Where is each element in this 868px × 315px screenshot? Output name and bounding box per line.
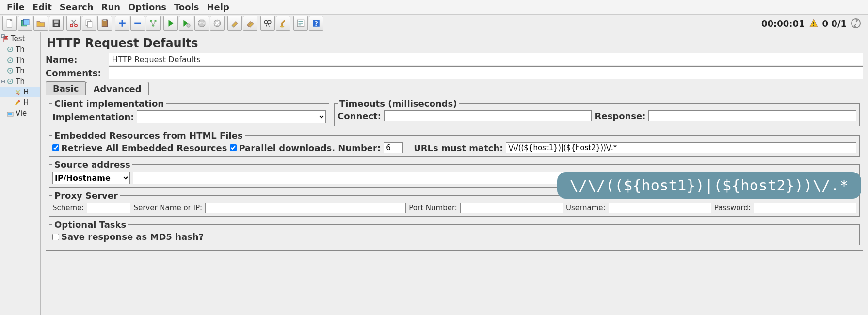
paste-icon[interactable]	[97, 16, 112, 31]
urls-match-label: URLs must match:	[414, 143, 503, 153]
optional-legend: Optional Tasks	[52, 220, 128, 230]
cut-icon[interactable]	[66, 16, 81, 31]
svg-point-33	[10, 81, 11, 82]
svg-text:STOP: STOP	[198, 22, 206, 25]
client-impl-legend: Client implementation	[52, 98, 166, 109]
menu-search[interactable]: Search	[56, 1, 97, 13]
response-label: Response:	[595, 111, 645, 121]
proxy-legend: Proxy Server	[52, 190, 120, 201]
impl-select[interactable]	[137, 110, 326, 123]
toggle-icon[interactable]	[146, 16, 161, 31]
proxy-port-label: Port Number:	[409, 204, 457, 212]
svg-rect-9	[88, 22, 92, 27]
tree-item[interactable]: Th	[0, 55, 40, 65]
tab-advanced[interactable]: Advanced	[86, 82, 148, 95]
proxy-port-input[interactable]	[460, 203, 563, 213]
svg-text:?: ?	[314, 20, 318, 27]
refresh-icon[interactable]	[851, 18, 861, 29]
tree-item[interactable]: H	[0, 97, 40, 108]
svg-text:!: !	[812, 21, 815, 27]
tab-strip: Basic Advanced	[46, 82, 863, 95]
proxy-scheme-input[interactable]	[87, 203, 130, 213]
stop-icon[interactable]: STOP	[194, 16, 209, 31]
elapsed-time: 00:00:01	[761, 18, 805, 29]
menu-options[interactable]: Options	[124, 1, 170, 13]
page-title: HTTP Request Defaults	[47, 36, 863, 50]
connect-input[interactable]	[384, 110, 592, 121]
copy-icon[interactable]	[82, 16, 96, 31]
timeouts-legend: Timeouts (milliseconds)	[338, 98, 459, 109]
tree-item-selected[interactable]: H	[0, 87, 40, 97]
tab-basic[interactable]: Basic	[46, 81, 86, 95]
svg-point-19	[268, 20, 271, 24]
proxy-server-label: Server Name or IP:	[133, 204, 202, 212]
proxy-pass-input[interactable]	[754, 203, 856, 213]
source-type-select[interactable]: IP/Hostname	[52, 172, 130, 184]
svg-rect-11	[103, 19, 107, 21]
parallel-checkbox[interactable]: Parallel downloads. Number:	[230, 143, 381, 153]
comments-label: Comments:	[46, 68, 109, 78]
menu-tools[interactable]: Tools	[170, 1, 203, 13]
warning-icon: !	[809, 18, 819, 28]
search-icon[interactable]	[260, 16, 275, 31]
collapse-icon[interactable]	[130, 16, 145, 31]
svg-rect-5	[55, 24, 58, 26]
open-icon[interactable]	[33, 16, 48, 31]
function-helper-icon[interactable]	[293, 16, 308, 31]
thread-count: 0 0/1	[822, 18, 847, 29]
proxy-user-label: Username:	[566, 204, 606, 212]
templates-icon[interactable]	[18, 16, 32, 31]
retrieve-all-checkbox[interactable]: Retrieve All Embedded Resources	[52, 143, 227, 153]
impl-label: Implementation:	[52, 112, 134, 122]
tree-item[interactable]: ⊟Th	[0, 76, 40, 87]
status-area: 00:00:01 ! 0 0/1	[761, 18, 866, 29]
menu-run[interactable]: Run	[97, 1, 125, 13]
clear-icon[interactable]	[227, 16, 242, 31]
annotation-bubble: \/\/((${host1})|(${host2}))\/.*	[557, 172, 861, 199]
svg-point-15	[187, 24, 190, 27]
proxy-server-input[interactable]	[205, 203, 406, 213]
svg-point-18	[264, 20, 268, 24]
new-icon[interactable]	[2, 16, 17, 31]
menu-bar: File Edit Search Run Options Tools Help	[0, 0, 868, 15]
test-plan-tree[interactable]: ⊟ Test Th Th Th ⊟Th H H Vie	[0, 32, 41, 315]
help-icon[interactable]: ?	[309, 16, 323, 31]
md5-checkbox[interactable]: Save response as MD5 hash?	[52, 232, 204, 242]
source-legend: Source address	[52, 159, 132, 170]
connect-label: Connect:	[338, 111, 381, 121]
menu-file[interactable]: File	[3, 1, 29, 13]
start-no-pause-icon[interactable]	[179, 16, 193, 31]
start-icon[interactable]	[163, 16, 178, 31]
svg-point-25	[852, 19, 860, 28]
expand-icon[interactable]	[115, 16, 129, 31]
proxy-scheme-label: Scheme:	[52, 204, 84, 212]
tree-item[interactable]: Vie	[0, 108, 40, 119]
svg-point-29	[10, 60, 11, 61]
shutdown-icon[interactable]	[210, 16, 225, 31]
comments-input[interactable]	[109, 66, 863, 79]
svg-point-31	[10, 70, 11, 72]
svg-rect-4	[54, 20, 59, 23]
embedded-legend: Embedded Resources from HTML Files	[52, 130, 245, 141]
tree-root[interactable]: ⊟ Test	[0, 33, 40, 44]
svg-point-27	[10, 49, 11, 50]
menu-edit[interactable]: Edit	[29, 1, 56, 13]
tree-item[interactable]: Th	[0, 65, 40, 76]
name-label: Name:	[46, 54, 109, 64]
parallel-number-input[interactable]	[384, 142, 403, 153]
toolbar: STOP ? 00:00:01 ! 0 0/1	[0, 15, 868, 32]
urls-match-input[interactable]	[506, 142, 856, 153]
clear-all-icon[interactable]	[243, 16, 257, 31]
menu-help[interactable]: Help	[203, 1, 233, 13]
tree-item[interactable]: Th	[0, 44, 40, 55]
svg-rect-35	[8, 113, 12, 115]
name-input[interactable]	[109, 53, 863, 65]
proxy-pass-label: Password:	[714, 204, 751, 212]
reset-search-icon[interactable]	[276, 16, 290, 31]
proxy-user-input[interactable]	[609, 203, 711, 213]
response-input[interactable]	[648, 110, 856, 121]
svg-point-20	[280, 26, 284, 27]
svg-rect-2	[24, 19, 29, 25]
save-icon[interactable]	[49, 16, 64, 31]
